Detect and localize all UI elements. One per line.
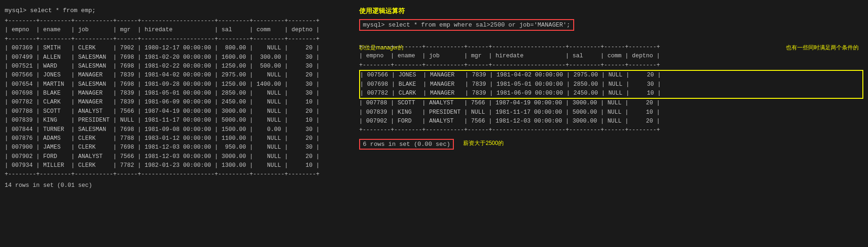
main-container: mysql> select * from emp; +--------+----… [0,0,868,197]
query-box: mysql> select * from emp where sal>2500 … [359,19,574,31]
table-row: | 007698 | BLAKE | MANAGER | 7839 | 1981… [5,89,350,98]
table-row: | 007839 | KING | PRESIDENT | NULL | 198… [5,116,350,125]
right-panel: 使用逻辑运算符 mysql> select * from emp where s… [354,5,868,192]
left-separator-bot: +--------+---------+-----------+------+-… [5,170,350,179]
table-row: | 007876 | ADAMS | CLERK | 7788 | 1983-0… [5,134,350,143]
left-sql-command: mysql> select * from emp; [5,7,350,14]
table-row: | 007934 | MILLER | CLERK | 7782 | 1982-… [5,161,350,170]
table-row: | 007698 | BLAKE | MANAGER | 7839 | 1981… [360,80,862,89]
left-footer: 14 rows in set (0.01 sec) [5,181,350,190]
table-row: | 007839 | KING | PRESIDENT | NULL | 198… [359,108,863,117]
result-table-wrapper: 职位是manager的 也有一些同时满足两个条件的 +--------+----… [359,43,863,150]
result-table: +--------+--------+-----------+------+--… [359,43,863,135]
left-table: +--------+---------+-----------+------+-… [5,17,350,190]
table-row: | 007900 | JAMES | CLERK | 7698 | 1981-1… [5,143,350,152]
table-row: | 007521 | WARD | SALESMAN | 7698 | 1981… [5,62,350,71]
result-count: 6 rows in set (0.00 sec) [359,139,454,150]
table-row: | 007782 | CLARK | MANAGER | 7839 | 1981… [5,98,350,107]
section-title: 使用逻辑运算符 [359,7,863,15]
left-separator-mid: +--------+---------+-----------+------+-… [5,35,350,44]
table-row: | 007788 | SCOTT | ANALYST | 7566 | 1987… [5,107,350,116]
left-header: | empno | ename | job | mgr | hiredate |… [5,26,350,34]
table-row: | 007902 | FORD | ANALYST | 7566 | 1981-… [359,117,863,126]
annotation-bottom: 薪资大于2500的 [463,139,504,147]
table-row: | 007566 | JONES | MANAGER | 7839 | 1981… [5,71,350,80]
right-separator-top: +--------+--------+-----------+------+--… [359,43,863,52]
right-rows: | 007566 | JONES | MANAGER | 7839 | 1981… [359,70,863,126]
rows-footer: 6 rows in set (0.00 sec) 薪资大于2500的 [359,137,863,150]
table-row: | 007788 | SCOTT | ANALYST | 7566 | 1987… [359,99,863,108]
table-row: | 007654 | MARTIN | SALESMAN | 7698 | 19… [5,80,350,89]
table-row: | 007902 | FORD | ANALYST | 7566 | 1981-… [5,152,350,161]
table-row: | 007844 | TURNER | SALESMAN | 7698 | 19… [5,125,350,134]
left-rows: | 007369 | SMITH | CLERK | 7902 | 1980-1… [5,44,350,170]
table-row: | 007499 | ALLEN | SALESMAN | 7698 | 198… [5,53,350,62]
table-row: | 007782 | CLARK | MANAGER | 7839 | 1981… [360,89,862,98]
right-separator-mid: +--------+--------+-----------+------+--… [359,61,863,70]
left-separator-top: +--------+---------+-----------+------+-… [5,17,350,26]
table-row: | 007566 | JONES | MANAGER | 7839 | 1981… [360,71,862,80]
table-row: | 007369 | SMITH | CLERK | 7902 | 1980-1… [5,44,350,53]
manager-highlight-box: | 007566 | JONES | MANAGER | 7839 | 1981… [359,70,863,99]
right-header: | empno | ename | job | mgr | hiredate |… [359,52,863,61]
right-separator-bot: +--------+--------+-----------+------+--… [359,126,863,135]
left-panel: mysql> select * from emp; +--------+----… [0,5,354,192]
